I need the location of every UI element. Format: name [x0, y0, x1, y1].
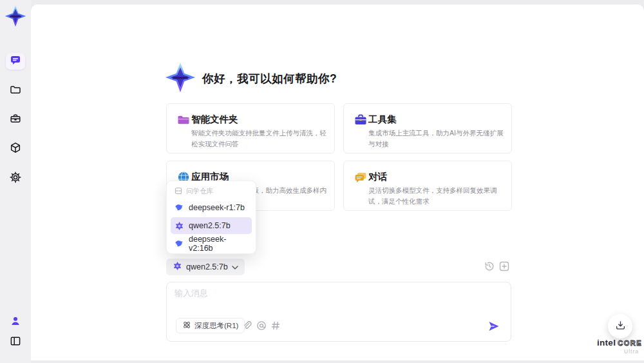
briefcase-icon	[10, 113, 21, 127]
card-toolset[interactable]: 工具集 集成市场上主流工具，助力AI与外界无缝扩展与对接	[343, 103, 512, 153]
model-option-label: deepseek-r1:7b	[189, 203, 245, 212]
download-icon	[615, 320, 626, 333]
panel-layout-icon	[10, 335, 21, 349]
user-icon	[10, 315, 21, 329]
chat-bubble-icon	[10, 54, 21, 68]
new-chat-icon[interactable]	[498, 260, 510, 272]
card-title: 工具集	[368, 113, 397, 126]
sidebar-item-panel-toggle[interactable]	[10, 337, 21, 348]
model-dropdown-header: 问学仓库	[167, 181, 256, 198]
attachment-icon[interactable]	[242, 320, 252, 331]
sidebar-item-models[interactable]	[10, 143, 21, 155]
briefcase-indigo-icon	[354, 113, 367, 126]
model-option-qwen[interactable]: qwen2.5:7b	[171, 217, 252, 234]
model-selector[interactable]: qwen2.5:7b	[166, 259, 245, 275]
mention-icon[interactable]	[256, 320, 267, 331]
history-icon[interactable]	[484, 260, 495, 272]
deep-think-toggle[interactable]: 深度思考(R1)	[176, 318, 245, 333]
card-description: 灵活切换多模型文件，支持多样回复效果调试，满足个性化需求	[368, 185, 507, 207]
hash-icon[interactable]	[270, 320, 281, 331]
card-description: 集成市场上主流工具，助力AI与外界无缝扩展与对接	[368, 128, 507, 150]
intel-wordmark: intel	[597, 338, 616, 348]
sidebar-item-chat[interactable]	[6, 53, 25, 70]
chat-gold-icon	[354, 171, 367, 184]
ultra-wordmark: Ultra	[595, 348, 644, 355]
qwen-icon	[173, 261, 182, 273]
model-option-deepseek-v2[interactable]: deepseek-v2:16b	[171, 235, 252, 252]
model-option-label: deepseek-v2:16b	[189, 235, 248, 253]
model-dropdown-header-label: 问学仓库	[186, 187, 213, 196]
chevron-down-icon	[232, 262, 238, 271]
greeting-title: 你好，我可以如何帮助你?	[202, 71, 337, 86]
app-logo-icon	[5, 5, 26, 27]
message-input[interactable]	[175, 288, 497, 316]
greeting-logo-icon	[165, 62, 196, 93]
message-composer: 深度思考(R1)	[166, 282, 511, 342]
model-selector-value: qwen2.5:7b	[186, 262, 228, 271]
card-title: 对话	[368, 171, 387, 183]
app-window: 你好，我可以如何帮助你? 智能文件夹 智能文件夹功能支持批量文件上传与清洗，轻松…	[0, 0, 644, 363]
folder-purple-icon	[177, 113, 190, 126]
card-description: 智能文件夹功能支持批量文件上传与清洗，轻松实现文件问答	[191, 128, 330, 150]
atom-icon	[182, 320, 191, 331]
cube-icon	[10, 142, 21, 156]
sidebar-item-toolbox[interactable]	[10, 114, 21, 126]
intel-core-logo: intel CORE Ultra	[595, 338, 644, 355]
sidebar-item-folders[interactable]	[10, 85, 21, 97]
deep-think-label: 深度思考(R1)	[194, 321, 238, 331]
model-option-deepseek-r1[interactable]: deepseek-r1:7b	[171, 199, 252, 216]
deepseek-icon	[175, 203, 184, 213]
card-conversation[interactable]: 对话 灵活切换多模型文件，支持多样回复效果调试，满足个性化需求	[343, 161, 512, 211]
model-dropdown: 问学仓库 deepseek-r1:7b qwen2.5:7b	[166, 181, 256, 254]
model-option-label: qwen2.5:7b	[189, 221, 231, 230]
sidebar	[0, 0, 31, 363]
qwen-icon	[175, 221, 184, 231]
repository-icon	[175, 187, 182, 196]
send-icon[interactable]	[488, 320, 500, 333]
core-wordmark: CORE	[618, 339, 642, 347]
card-smart-folder[interactable]: 智能文件夹 智能文件夹功能支持批量文件上传与清洗，轻松实现文件问答	[166, 103, 335, 153]
gear-icon	[10, 172, 21, 186]
card-title: 智能文件夹	[191, 113, 238, 126]
deepseek-icon	[175, 239, 184, 249]
download-button[interactable]	[608, 314, 632, 338]
folder-icon	[10, 84, 21, 98]
sidebar-item-account[interactable]	[10, 317, 21, 328]
sidebar-item-settings[interactable]	[10, 173, 21, 184]
